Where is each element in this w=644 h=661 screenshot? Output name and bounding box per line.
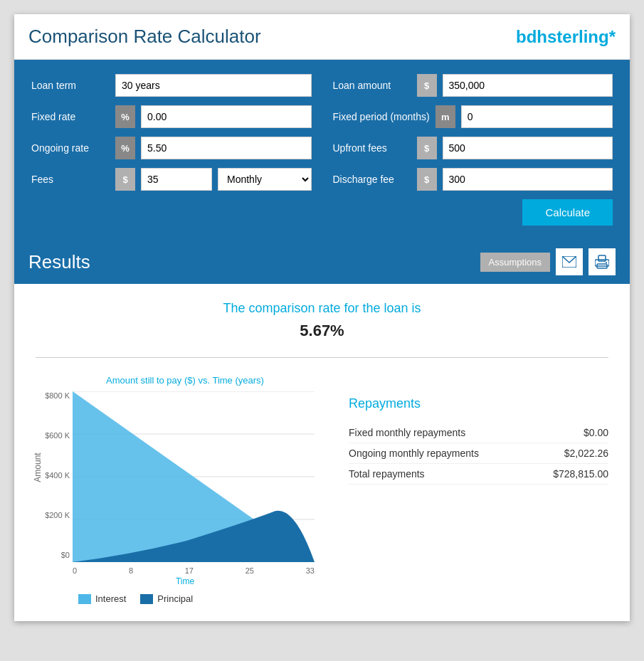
upfront-fees-label: Upfront fees <box>333 142 411 154</box>
fixed-rate-prefix: % <box>115 105 135 128</box>
ongoing-rate-input[interactable] <box>141 137 312 159</box>
discharge-fee-row: Discharge fee $ <box>333 168 613 191</box>
ongoing-rate-label: Ongoing rate <box>31 142 110 154</box>
discharge-fee-input[interactable] <box>443 168 613 191</box>
divider <box>36 357 608 358</box>
repayment-label: Ongoing monthly repayments <box>349 448 479 459</box>
legend-interest: Interest <box>78 593 126 604</box>
fixed-rate-input[interactable] <box>141 105 312 128</box>
results-actions: Assumptions <box>480 248 616 275</box>
fixed-period-input[interactable] <box>461 105 613 128</box>
chart-svg <box>73 391 315 562</box>
logo-suffix: sterling <box>547 27 609 46</box>
x-label-0: 0 <box>73 566 77 575</box>
calculate-button[interactable]: Calculate <box>522 199 613 226</box>
repayments-rows: Fixed monthly repayments $0.00 Ongoing m… <box>349 423 608 485</box>
results-header: Results Assumptions <box>14 240 630 284</box>
fees-prefix: $ <box>115 168 135 191</box>
repayment-label: Total repayments <box>349 468 425 480</box>
logo-prefix: bdh <box>516 27 547 46</box>
discharge-fee-prefix: $ <box>417 168 437 191</box>
fees-input[interactable] <box>141 168 212 191</box>
fixed-rate-label: Fixed rate <box>31 111 110 122</box>
print-icon <box>595 255 609 269</box>
chart-legend: Interest Principal <box>36 593 334 604</box>
input-section: Loan term Loan amount $ Fixed rate % Fix… <box>14 60 630 240</box>
repayment-label: Fixed monthly repayments <box>349 427 465 438</box>
fixed-period-row: Fixed period (months) m <box>333 105 613 128</box>
fees-frequency-select[interactable]: Monthly Annual One-off <box>218 168 312 191</box>
repayment-value: $728,815.00 <box>553 468 608 480</box>
loan-term-label: Loan term <box>31 80 110 91</box>
loan-term-row: Loan term <box>31 74 312 97</box>
legend-principal: Principal <box>140 593 193 604</box>
discharge-fee-label: Discharge fee <box>333 174 411 185</box>
svg-point-4 <box>606 262 607 263</box>
results-body: The comparison rate for the loan is 5.67… <box>14 284 630 621</box>
upfront-fees-input[interactable] <box>443 137 613 159</box>
x-label-33: 33 <box>306 566 315 575</box>
x-axis-title: Time <box>36 576 334 586</box>
ongoing-rate-row: Ongoing rate % <box>31 137 312 159</box>
chart-repayments-container: Amount still to pay ($) vs. Time (years)… <box>36 375 608 604</box>
print-button[interactable] <box>588 248 616 275</box>
fixed-period-prefix: m <box>436 105 455 128</box>
repayment-row: Total repayments $728,815.00 <box>349 464 608 485</box>
loan-amount-input[interactable] <box>443 74 613 97</box>
repayment-row: Fixed monthly repayments $0.00 <box>349 423 608 443</box>
repayments-section: Repayments Fixed monthly repayments $0.0… <box>349 375 608 485</box>
y-label-600k: $600 K <box>45 431 70 440</box>
fees-row: Fees $ Monthly Annual One-off <box>31 168 312 191</box>
results-title: Results <box>28 251 90 273</box>
logo-star: * <box>609 27 616 46</box>
interest-legend-label: Interest <box>95 593 126 604</box>
fixed-period-label: Fixed period (months) <box>333 111 430 122</box>
fees-label: Fees <box>31 174 110 185</box>
logo: bdhsterling* <box>516 27 616 47</box>
interest-legend-box <box>78 594 91 604</box>
loan-amount-prefix: $ <box>417 74 437 97</box>
calculate-row: Calculate <box>31 199 613 226</box>
loan-amount-label: Loan amount <box>333 80 411 91</box>
principal-legend-box <box>140 594 153 604</box>
y-label-800k: $800 K <box>45 391 70 400</box>
email-icon <box>562 256 576 268</box>
y-label-0: $0 <box>61 551 70 559</box>
loan-term-input[interactable] <box>115 74 312 97</box>
x-label-8: 8 <box>129 566 133 575</box>
app-header: Comparison Rate Calculator bdhsterling* <box>14 14 630 60</box>
x-label-25: 25 <box>246 566 254 575</box>
email-button[interactable] <box>556 248 583 275</box>
comparison-rate: 5.67% <box>36 322 608 340</box>
comparison-text: The comparison rate for the loan is <box>36 301 608 316</box>
chart-title: Amount still to pay ($) vs. Time (years) <box>36 375 334 386</box>
assumptions-button[interactable]: Assumptions <box>480 253 550 272</box>
y-label-400k: $400 K <box>45 471 70 480</box>
svg-rect-2 <box>598 255 606 261</box>
principal-legend-label: Principal <box>157 593 193 604</box>
repayment-row: Ongoing monthly repayments $2,022.26 <box>349 443 608 464</box>
y-axis-title: Amount <box>33 453 43 482</box>
x-label-17: 17 <box>185 566 194 575</box>
repayment-value: $0.00 <box>584 427 608 438</box>
y-label-200k: $200 K <box>45 511 70 519</box>
chart-area: Amount still to pay ($) vs. Time (years)… <box>36 375 334 604</box>
ongoing-rate-prefix: % <box>115 137 135 159</box>
fixed-rate-row: Fixed rate % <box>31 105 312 128</box>
input-grid: Loan term Loan amount $ Fixed rate % Fix… <box>31 74 613 191</box>
upfront-fees-row: Upfront fees $ <box>333 137 613 159</box>
repayments-title: Repayments <box>349 396 608 411</box>
loan-amount-row: Loan amount $ <box>333 74 613 97</box>
upfront-fees-prefix: $ <box>417 137 437 159</box>
app-title: Comparison Rate Calculator <box>28 26 261 48</box>
repayment-value: $2,022.26 <box>564 448 608 459</box>
